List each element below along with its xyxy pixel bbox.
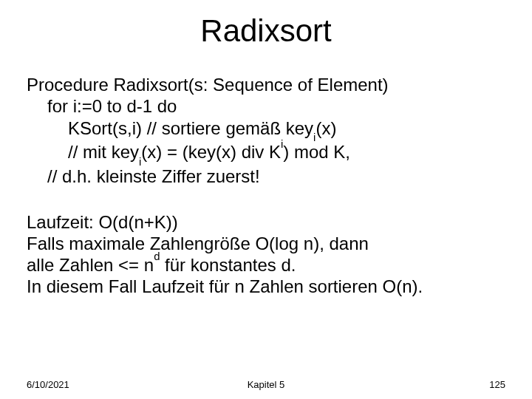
run-line-1: Laufzeit: O(d(n+K)) xyxy=(27,211,505,233)
proc-line-2: for i:=0 to d-1 do xyxy=(27,95,505,117)
footer-chapter: Kapitel 5 xyxy=(248,379,285,390)
run-l3-text-a: alle Zahlen <= n xyxy=(27,255,154,275)
slide-body: Procedure Radixsort(s: Sequence of Eleme… xyxy=(0,74,532,298)
footer-date: 6/10/2021 xyxy=(27,379,69,390)
proc-l4-sub-i: i xyxy=(139,156,141,168)
run-l3-sup-d: d xyxy=(154,250,160,262)
proc-l4-text-a: // mit key xyxy=(68,142,139,162)
proc-l4-text-c: ) mod K, xyxy=(283,142,350,162)
proc-line-5: // d.h. kleinste Ziffer zuerst! xyxy=(27,166,505,187)
runtime-block: Laufzeit: O(d(n+K)) Falls maximale Zahle… xyxy=(27,211,505,298)
proc-l3-sub-i: i xyxy=(313,132,316,143)
proc-line-1: Procedure Radixsort(s: Sequence of Eleme… xyxy=(27,74,505,95)
slide-footer: 6/10/2021 Kapitel 5 125 xyxy=(27,379,505,390)
proc-line-3: KSort(s,i) // sortiere gemäß keyi(x) xyxy=(27,117,505,142)
run-line-2: Falls maximale Zahlengröße O(log n), dan… xyxy=(27,233,505,254)
run-line-3: alle Zahlen <= nd für konstantes d. xyxy=(27,254,505,276)
footer-page-number: 125 xyxy=(489,379,505,390)
procedure-block: Procedure Radixsort(s: Sequence of Eleme… xyxy=(27,74,505,188)
proc-l4-text-b: (x) = (key(x) div K xyxy=(141,142,281,162)
proc-l3-text-b: (x) xyxy=(316,118,336,138)
run-l3-text-b: für konstantes d. xyxy=(160,255,296,275)
proc-line-4: // mit keyi(x) = (key(x) div Ki) mod K, xyxy=(27,141,505,166)
run-line-4: In diesem Fall Laufzeit für n Zahlen sor… xyxy=(27,276,505,297)
proc-l3-text-a: KSort(s,i) // sortiere gemäß key xyxy=(68,118,313,138)
proc-l4-sup-i: i xyxy=(281,138,283,150)
slide-title: Radixsort xyxy=(0,13,532,49)
